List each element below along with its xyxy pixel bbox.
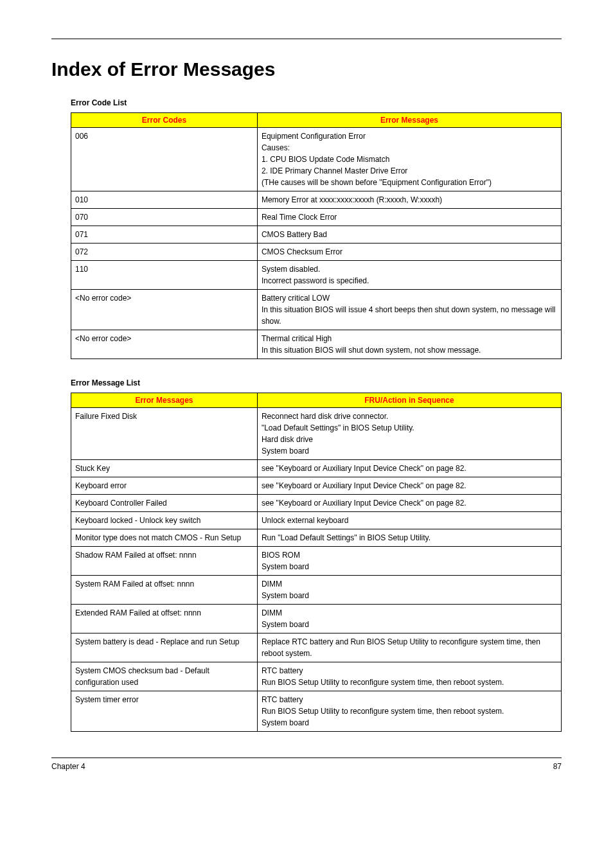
error-code-cell: <No error code>	[71, 290, 258, 330]
table-row: 070Real Time Clock Error	[71, 209, 562, 226]
table-row: Stuck Keysee "Keyboard or Auxiliary Inpu…	[71, 460, 562, 477]
error-code-cell: 071	[71, 226, 258, 244]
error-message-cell: Keyboard locked - Unlock key switch	[71, 512, 258, 529]
error-message-cell: Keyboard error	[71, 477, 258, 495]
table-row: System battery is dead - Replace and run…	[71, 633, 562, 662]
table-row: 010Memory Error at xxxx:xxxx:xxxxh (R:xx…	[71, 191, 562, 209]
error-message-cell: Failure Fixed Disk	[71, 408, 258, 460]
table-row: Monitor type does not match CMOS - Run S…	[71, 529, 562, 547]
footer-page-number: 87	[553, 762, 562, 771]
top-rule	[51, 39, 562, 39]
error-code-cell: 006	[71, 128, 258, 191]
error-code-table: Error Codes Error Messages 006Equipment …	[71, 112, 562, 359]
error-message-cell: System battery is dead - Replace and run…	[71, 633, 258, 662]
table-row: Keyboard errorsee "Keyboard or Auxiliary…	[71, 477, 562, 495]
fru-action-cell: DIMMSystem board	[257, 605, 561, 633]
error-code-cell: 072	[71, 244, 258, 261]
table-row: 110System disabled.Incorrect password is…	[71, 261, 562, 290]
error-code-cell: 070	[71, 209, 258, 226]
page-title: Index of Error Messages	[51, 58, 562, 80]
error-message-cell: System CMOS checksum bad - Default confi…	[71, 662, 258, 691]
fru-action-cell: RTC batteryRun BIOS Setup Utility to rec…	[257, 662, 561, 691]
fru-action-cell: BIOS ROMSystem board	[257, 547, 561, 576]
error-message-cell: Real Time Clock Error	[257, 209, 561, 226]
error-code-cell: 010	[71, 191, 258, 209]
table-row: Extended RAM Failed at offset: nnnnDIMMS…	[71, 605, 562, 633]
table-row: System timer errorRTC batteryRun BIOS Se…	[71, 691, 562, 732]
table-row: Shadow RAM Failed at offset: nnnnBIOS RO…	[71, 547, 562, 576]
th-error-messages-2: Error Messages	[71, 393, 258, 408]
error-code-list-title: Error Code List	[71, 98, 562, 107]
th-error-messages: Error Messages	[257, 113, 561, 128]
error-message-cell: Monitor type does not match CMOS - Run S…	[71, 529, 258, 547]
error-message-table: Error Messages FRU/Action in Sequence Fa…	[71, 393, 562, 732]
table-row: Failure Fixed DiskReconnect hard disk dr…	[71, 408, 562, 460]
error-message-list-title: Error Message List	[71, 378, 562, 387]
error-message-cell: Equipment Configuration ErrorCauses:1. C…	[257, 128, 561, 191]
table-row: 072CMOS Checksum Error	[71, 244, 562, 261]
error-message-cell: Stuck Key	[71, 460, 258, 477]
fru-action-cell: RTC batteryRun BIOS Setup Utility to rec…	[257, 691, 561, 732]
error-message-cell: Shadow RAM Failed at offset: nnnn	[71, 547, 258, 576]
error-message-cell: Thermal critical HighIn this situation B…	[257, 330, 561, 359]
table-row: <No error code>Battery critical LOWIn th…	[71, 290, 562, 330]
error-message-cell: Memory Error at xxxx:xxxx:xxxxh (R:xxxxh…	[257, 191, 561, 209]
fru-action-cell: Replace RTC battery and Run BIOS Setup U…	[257, 633, 561, 662]
table-row: Keyboard locked - Unlock key switchUnloc…	[71, 512, 562, 529]
error-message-cell: System timer error	[71, 691, 258, 732]
fru-action-cell: Reconnect hard disk drive connector."Loa…	[257, 408, 561, 460]
error-message-cell: CMOS Battery Bad	[257, 226, 561, 244]
error-code-cell: 110	[71, 261, 258, 290]
table-row: System RAM Failed at offset: nnnnDIMMSys…	[71, 576, 562, 605]
error-message-cell: Keyboard Controller Failed	[71, 495, 258, 512]
fru-action-cell: Unlock external keyboard	[257, 512, 561, 529]
fru-action-cell: see "Keyboard or Auxiliary Input Device …	[257, 460, 561, 477]
error-message-cell: System RAM Failed at offset: nnnn	[71, 576, 258, 605]
footer-chapter: Chapter 4	[51, 762, 85, 771]
table-row: System CMOS checksum bad - Default confi…	[71, 662, 562, 691]
error-code-cell: <No error code>	[71, 330, 258, 359]
error-message-cell: System disabled.Incorrect password is sp…	[257, 261, 561, 290]
th-fru-action: FRU/Action in Sequence	[257, 393, 561, 408]
table-row: 006Equipment Configuration ErrorCauses:1…	[71, 128, 562, 191]
fru-action-cell: see "Keyboard or Auxiliary Input Device …	[257, 477, 561, 495]
table-row: <No error code>Thermal critical HighIn t…	[71, 330, 562, 359]
page-footer: Chapter 4 87	[51, 757, 562, 771]
fru-action-cell: Run "Load Default Settings" in BIOS Setu…	[257, 529, 561, 547]
error-message-cell: Extended RAM Failed at offset: nnnn	[71, 605, 258, 633]
fru-action-cell: see "Keyboard or Auxiliary Input Device …	[257, 495, 561, 512]
table-row: 071CMOS Battery Bad	[71, 226, 562, 244]
th-error-codes: Error Codes	[71, 113, 258, 128]
error-message-cell: Battery critical LOWIn this situation BI…	[257, 290, 561, 330]
fru-action-cell: DIMMSystem board	[257, 576, 561, 605]
error-message-cell: CMOS Checksum Error	[257, 244, 561, 261]
table-row: Keyboard Controller Failedsee "Keyboard …	[71, 495, 562, 512]
